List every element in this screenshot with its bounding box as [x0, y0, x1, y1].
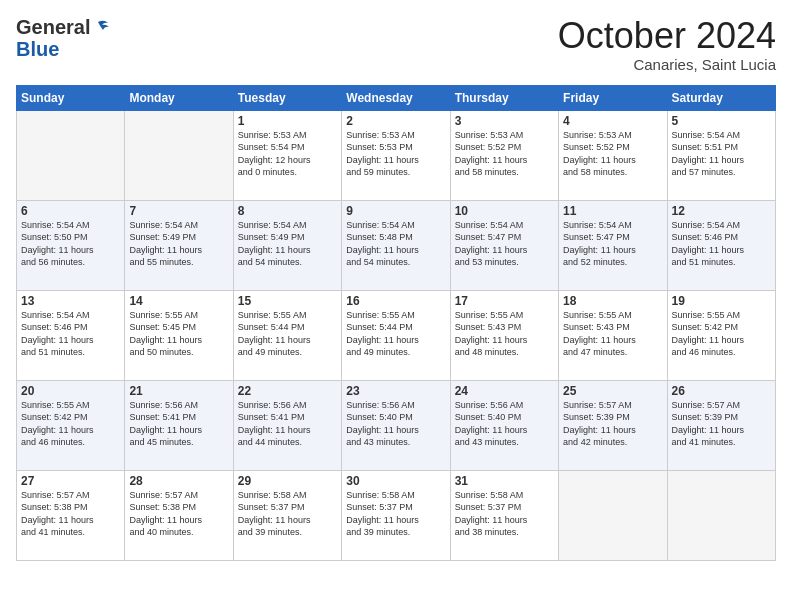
day-number: 20: [21, 384, 120, 398]
day-info: Sunrise: 5:53 AMSunset: 5:52 PMDaylight:…: [563, 129, 662, 179]
day-info: Sunrise: 5:54 AMSunset: 5:48 PMDaylight:…: [346, 219, 445, 269]
calendar-cell: 6Sunrise: 5:54 AMSunset: 5:50 PMDaylight…: [17, 200, 125, 290]
day-number: 2: [346, 114, 445, 128]
day-info: Sunrise: 5:53 AMSunset: 5:52 PMDaylight:…: [455, 129, 554, 179]
calendar-cell: 18Sunrise: 5:55 AMSunset: 5:43 PMDayligh…: [559, 290, 667, 380]
day-info: Sunrise: 5:55 AMSunset: 5:45 PMDaylight:…: [129, 309, 228, 359]
day-info: Sunrise: 5:54 AMSunset: 5:47 PMDaylight:…: [563, 219, 662, 269]
calendar-cell: 2Sunrise: 5:53 AMSunset: 5:53 PMDaylight…: [342, 110, 450, 200]
day-info: Sunrise: 5:56 AMSunset: 5:40 PMDaylight:…: [346, 399, 445, 449]
day-info: Sunrise: 5:55 AMSunset: 5:43 PMDaylight:…: [563, 309, 662, 359]
day-info: Sunrise: 5:55 AMSunset: 5:44 PMDaylight:…: [346, 309, 445, 359]
col-tuesday: Tuesday: [233, 85, 341, 110]
day-info: Sunrise: 5:58 AMSunset: 5:37 PMDaylight:…: [346, 489, 445, 539]
calendar-cell: 26Sunrise: 5:57 AMSunset: 5:39 PMDayligh…: [667, 380, 775, 470]
calendar-cell: 17Sunrise: 5:55 AMSunset: 5:43 PMDayligh…: [450, 290, 558, 380]
day-number: 7: [129, 204, 228, 218]
day-info: Sunrise: 5:54 AMSunset: 5:50 PMDaylight:…: [21, 219, 120, 269]
day-number: 11: [563, 204, 662, 218]
calendar-cell: 15Sunrise: 5:55 AMSunset: 5:44 PMDayligh…: [233, 290, 341, 380]
day-info: Sunrise: 5:58 AMSunset: 5:37 PMDaylight:…: [455, 489, 554, 539]
day-number: 22: [238, 384, 337, 398]
day-number: 14: [129, 294, 228, 308]
calendar-cell: 25Sunrise: 5:57 AMSunset: 5:39 PMDayligh…: [559, 380, 667, 470]
day-number: 12: [672, 204, 771, 218]
day-number: 29: [238, 474, 337, 488]
calendar-cell: 31Sunrise: 5:58 AMSunset: 5:37 PMDayligh…: [450, 470, 558, 560]
calendar-cell: 20Sunrise: 5:55 AMSunset: 5:42 PMDayligh…: [17, 380, 125, 470]
calendar-cell: 29Sunrise: 5:58 AMSunset: 5:37 PMDayligh…: [233, 470, 341, 560]
col-thursday: Thursday: [450, 85, 558, 110]
calendar-cell: 30Sunrise: 5:58 AMSunset: 5:37 PMDayligh…: [342, 470, 450, 560]
calendar-cell: 23Sunrise: 5:56 AMSunset: 5:40 PMDayligh…: [342, 380, 450, 470]
day-number: 18: [563, 294, 662, 308]
day-info: Sunrise: 5:56 AMSunset: 5:40 PMDaylight:…: [455, 399, 554, 449]
day-number: 23: [346, 384, 445, 398]
col-sunday: Sunday: [17, 85, 125, 110]
calendar-cell: 22Sunrise: 5:56 AMSunset: 5:41 PMDayligh…: [233, 380, 341, 470]
title-block: October 2024 Canaries, Saint Lucia: [558, 16, 776, 73]
col-wednesday: Wednesday: [342, 85, 450, 110]
day-info: Sunrise: 5:54 AMSunset: 5:49 PMDaylight:…: [129, 219, 228, 269]
calendar-cell: 11Sunrise: 5:54 AMSunset: 5:47 PMDayligh…: [559, 200, 667, 290]
day-number: 16: [346, 294, 445, 308]
day-number: 25: [563, 384, 662, 398]
day-info: Sunrise: 5:55 AMSunset: 5:42 PMDaylight:…: [21, 399, 120, 449]
calendar-cell: 21Sunrise: 5:56 AMSunset: 5:41 PMDayligh…: [125, 380, 233, 470]
day-number: 5: [672, 114, 771, 128]
day-info: Sunrise: 5:55 AMSunset: 5:42 PMDaylight:…: [672, 309, 771, 359]
day-number: 13: [21, 294, 120, 308]
day-info: Sunrise: 5:54 AMSunset: 5:49 PMDaylight:…: [238, 219, 337, 269]
day-info: Sunrise: 5:54 AMSunset: 5:51 PMDaylight:…: [672, 129, 771, 179]
day-number: 4: [563, 114, 662, 128]
calendar-week-row: 6Sunrise: 5:54 AMSunset: 5:50 PMDaylight…: [17, 200, 776, 290]
calendar-week-row: 27Sunrise: 5:57 AMSunset: 5:38 PMDayligh…: [17, 470, 776, 560]
calendar-cell: 16Sunrise: 5:55 AMSunset: 5:44 PMDayligh…: [342, 290, 450, 380]
calendar-cell: 19Sunrise: 5:55 AMSunset: 5:42 PMDayligh…: [667, 290, 775, 380]
day-info: Sunrise: 5:56 AMSunset: 5:41 PMDaylight:…: [238, 399, 337, 449]
day-number: 6: [21, 204, 120, 218]
calendar-week-row: 20Sunrise: 5:55 AMSunset: 5:42 PMDayligh…: [17, 380, 776, 470]
calendar-cell: 24Sunrise: 5:56 AMSunset: 5:40 PMDayligh…: [450, 380, 558, 470]
col-friday: Friday: [559, 85, 667, 110]
calendar-cell: 4Sunrise: 5:53 AMSunset: 5:52 PMDaylight…: [559, 110, 667, 200]
logo: General Blue: [16, 16, 113, 59]
logo-bird-icon: [90, 17, 112, 39]
calendar-cell: 7Sunrise: 5:54 AMSunset: 5:49 PMDaylight…: [125, 200, 233, 290]
header-row: Sunday Monday Tuesday Wednesday Thursday…: [17, 85, 776, 110]
calendar-cell: [559, 470, 667, 560]
day-number: 10: [455, 204, 554, 218]
day-number: 21: [129, 384, 228, 398]
calendar-cell: 27Sunrise: 5:57 AMSunset: 5:38 PMDayligh…: [17, 470, 125, 560]
month-title: October 2024: [558, 16, 776, 56]
calendar-cell: 28Sunrise: 5:57 AMSunset: 5:38 PMDayligh…: [125, 470, 233, 560]
day-number: 30: [346, 474, 445, 488]
day-number: 9: [346, 204, 445, 218]
day-info: Sunrise: 5:53 AMSunset: 5:54 PMDaylight:…: [238, 129, 337, 179]
day-info: Sunrise: 5:57 AMSunset: 5:38 PMDaylight:…: [21, 489, 120, 539]
calendar-cell: 10Sunrise: 5:54 AMSunset: 5:47 PMDayligh…: [450, 200, 558, 290]
day-info: Sunrise: 5:56 AMSunset: 5:41 PMDaylight:…: [129, 399, 228, 449]
calendar-table: Sunday Monday Tuesday Wednesday Thursday…: [16, 85, 776, 561]
calendar-week-row: 13Sunrise: 5:54 AMSunset: 5:46 PMDayligh…: [17, 290, 776, 380]
calendar-cell: 12Sunrise: 5:54 AMSunset: 5:46 PMDayligh…: [667, 200, 775, 290]
day-info: Sunrise: 5:54 AMSunset: 5:46 PMDaylight:…: [672, 219, 771, 269]
col-saturday: Saturday: [667, 85, 775, 110]
day-info: Sunrise: 5:57 AMSunset: 5:39 PMDaylight:…: [672, 399, 771, 449]
calendar-cell: 9Sunrise: 5:54 AMSunset: 5:48 PMDaylight…: [342, 200, 450, 290]
day-number: 8: [238, 204, 337, 218]
calendar-cell: 3Sunrise: 5:53 AMSunset: 5:52 PMDaylight…: [450, 110, 558, 200]
calendar-cell: 14Sunrise: 5:55 AMSunset: 5:45 PMDayligh…: [125, 290, 233, 380]
calendar-cell: [125, 110, 233, 200]
day-info: Sunrise: 5:54 AMSunset: 5:46 PMDaylight:…: [21, 309, 120, 359]
day-number: 31: [455, 474, 554, 488]
calendar-cell: [17, 110, 125, 200]
day-info: Sunrise: 5:55 AMSunset: 5:44 PMDaylight:…: [238, 309, 337, 359]
calendar-cell: 5Sunrise: 5:54 AMSunset: 5:51 PMDaylight…: [667, 110, 775, 200]
day-info: Sunrise: 5:53 AMSunset: 5:53 PMDaylight:…: [346, 129, 445, 179]
day-number: 1: [238, 114, 337, 128]
day-info: Sunrise: 5:57 AMSunset: 5:38 PMDaylight:…: [129, 489, 228, 539]
day-number: 28: [129, 474, 228, 488]
calendar-week-row: 1Sunrise: 5:53 AMSunset: 5:54 PMDaylight…: [17, 110, 776, 200]
day-info: Sunrise: 5:55 AMSunset: 5:43 PMDaylight:…: [455, 309, 554, 359]
